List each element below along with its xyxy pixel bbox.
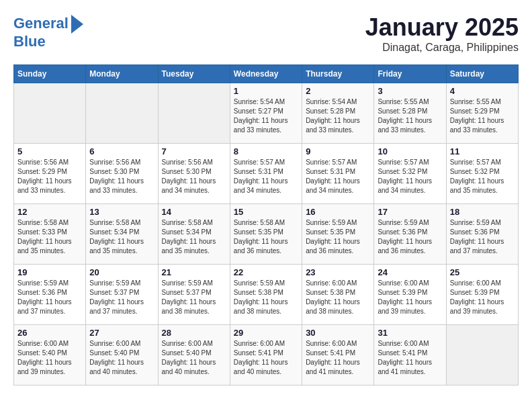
day-number: 13 xyxy=(89,207,154,217)
day-number: 21 xyxy=(162,267,226,277)
day-info: Sunrise: 6:00 AM Sunset: 5:40 PM Dayligh… xyxy=(17,339,82,377)
day-number: 20 xyxy=(89,267,154,277)
calendar-cell: 26Sunrise: 6:00 AM Sunset: 5:40 PM Dayli… xyxy=(14,325,86,385)
calendar-cell: 9Sunrise: 5:57 AM Sunset: 5:31 PM Daylig… xyxy=(302,144,374,204)
day-info: Sunrise: 5:59 AM Sunset: 5:36 PM Dayligh… xyxy=(378,218,442,256)
header-friday: Friday xyxy=(374,65,446,83)
day-info: Sunrise: 5:59 AM Sunset: 5:36 PM Dayligh… xyxy=(17,279,82,316)
day-number: 19 xyxy=(17,267,82,277)
calendar-cell: 4Sunrise: 5:55 AM Sunset: 5:29 PM Daylig… xyxy=(446,83,518,144)
logo: General Blue xyxy=(13,13,83,50)
calendar-cell: 22Sunrise: 5:59 AM Sunset: 5:38 PM Dayli… xyxy=(230,265,302,325)
day-number: 1 xyxy=(234,86,298,96)
day-number: 5 xyxy=(17,146,82,156)
calendar-cell: 23Sunrise: 6:00 AM Sunset: 5:38 PM Dayli… xyxy=(302,265,374,325)
day-info: Sunrise: 5:54 AM Sunset: 5:28 PM Dayligh… xyxy=(306,97,370,135)
day-info: Sunrise: 6:00 AM Sunset: 5:41 PM Dayligh… xyxy=(306,339,370,377)
day-info: Sunrise: 5:54 AM Sunset: 5:27 PM Dayligh… xyxy=(234,97,298,135)
calendar-week-row: 26Sunrise: 6:00 AM Sunset: 5:40 PM Dayli… xyxy=(14,325,519,385)
header-saturday: Saturday xyxy=(446,65,518,83)
calendar-cell: 27Sunrise: 6:00 AM Sunset: 5:40 PM Dayli… xyxy=(86,325,158,385)
day-number: 9 xyxy=(306,146,370,156)
day-info: Sunrise: 6:00 AM Sunset: 5:41 PM Dayligh… xyxy=(378,339,442,377)
day-info: Sunrise: 5:57 AM Sunset: 5:32 PM Dayligh… xyxy=(378,158,442,195)
header-tuesday: Tuesday xyxy=(158,65,230,83)
day-info: Sunrise: 5:59 AM Sunset: 5:38 PM Dayligh… xyxy=(234,279,298,316)
calendar-week-row: 5Sunrise: 5:56 AM Sunset: 5:29 PM Daylig… xyxy=(14,144,519,204)
day-info: Sunrise: 5:57 AM Sunset: 5:31 PM Dayligh… xyxy=(306,158,370,195)
calendar-cell: 31Sunrise: 6:00 AM Sunset: 5:41 PM Dayli… xyxy=(374,325,446,385)
day-number: 31 xyxy=(378,328,442,338)
calendar-cell: 16Sunrise: 5:59 AM Sunset: 5:35 PM Dayli… xyxy=(302,204,374,265)
day-info: Sunrise: 5:57 AM Sunset: 5:31 PM Dayligh… xyxy=(234,158,298,195)
calendar-cell: 21Sunrise: 5:59 AM Sunset: 5:37 PM Dayli… xyxy=(158,265,230,325)
day-number: 28 xyxy=(162,328,226,338)
day-info: Sunrise: 5:55 AM Sunset: 5:29 PM Dayligh… xyxy=(450,97,515,135)
day-info: Sunrise: 6:00 AM Sunset: 5:40 PM Dayligh… xyxy=(162,339,226,377)
day-number: 29 xyxy=(234,328,298,338)
calendar-cell xyxy=(86,83,158,144)
day-number: 17 xyxy=(378,207,442,217)
day-info: Sunrise: 5:58 AM Sunset: 5:34 PM Dayligh… xyxy=(89,218,154,256)
calendar-cell: 19Sunrise: 5:59 AM Sunset: 5:36 PM Dayli… xyxy=(14,265,86,325)
day-info: Sunrise: 5:55 AM Sunset: 5:28 PM Dayligh… xyxy=(378,97,442,135)
day-info: Sunrise: 5:56 AM Sunset: 5:30 PM Dayligh… xyxy=(162,158,226,195)
calendar-cell: 7Sunrise: 5:56 AM Sunset: 5:30 PM Daylig… xyxy=(158,144,230,204)
calendar-cell: 8Sunrise: 5:57 AM Sunset: 5:31 PM Daylig… xyxy=(230,144,302,204)
day-number: 6 xyxy=(89,146,154,156)
day-number: 25 xyxy=(450,267,515,277)
day-number: 3 xyxy=(378,86,442,96)
day-number: 26 xyxy=(17,328,82,338)
day-number: 15 xyxy=(234,207,298,217)
header-monday: Monday xyxy=(86,65,158,83)
header-wednesday: Wednesday xyxy=(230,65,302,83)
day-info: Sunrise: 6:00 AM Sunset: 5:38 PM Dayligh… xyxy=(306,279,370,316)
header-sunday: Sunday xyxy=(14,65,86,83)
calendar-cell: 20Sunrise: 5:59 AM Sunset: 5:37 PM Dayli… xyxy=(86,265,158,325)
calendar-cell: 25Sunrise: 6:00 AM Sunset: 5:39 PM Dayli… xyxy=(446,265,518,325)
day-info: Sunrise: 6:00 AM Sunset: 5:40 PM Dayligh… xyxy=(89,339,154,377)
day-info: Sunrise: 5:59 AM Sunset: 5:35 PM Dayligh… xyxy=(306,218,370,256)
day-number: 22 xyxy=(234,267,298,277)
calendar-cell: 13Sunrise: 5:58 AM Sunset: 5:34 PM Dayli… xyxy=(86,204,158,265)
logo-arrow-icon xyxy=(71,15,83,34)
day-info: Sunrise: 5:57 AM Sunset: 5:32 PM Dayligh… xyxy=(450,158,515,195)
day-info: Sunrise: 5:58 AM Sunset: 5:33 PM Dayligh… xyxy=(17,218,82,256)
day-number: 24 xyxy=(378,267,442,277)
calendar-title: January 2025 xyxy=(365,13,519,42)
calendar-cell: 3Sunrise: 5:55 AM Sunset: 5:28 PM Daylig… xyxy=(374,83,446,144)
calendar-cell: 12Sunrise: 5:58 AM Sunset: 5:33 PM Dayli… xyxy=(14,204,86,265)
day-number: 27 xyxy=(89,328,154,338)
page-header: General Blue January 2025 Dinagat, Carag… xyxy=(13,13,519,54)
calendar-cell: 14Sunrise: 5:58 AM Sunset: 5:34 PM Dayli… xyxy=(158,204,230,265)
calendar-cell: 1Sunrise: 5:54 AM Sunset: 5:27 PM Daylig… xyxy=(230,83,302,144)
day-number: 4 xyxy=(450,86,515,96)
logo-text: General xyxy=(13,15,69,32)
calendar-cell: 5Sunrise: 5:56 AM Sunset: 5:29 PM Daylig… xyxy=(14,144,86,204)
day-info: Sunrise: 5:59 AM Sunset: 5:36 PM Dayligh… xyxy=(450,218,515,256)
calendar-cell: 15Sunrise: 5:58 AM Sunset: 5:35 PM Dayli… xyxy=(230,204,302,265)
calendar-cell: 29Sunrise: 6:00 AM Sunset: 5:41 PM Dayli… xyxy=(230,325,302,385)
calendar-week-row: 1Sunrise: 5:54 AM Sunset: 5:27 PM Daylig… xyxy=(14,83,519,144)
day-number: 16 xyxy=(306,207,370,217)
day-info: Sunrise: 5:58 AM Sunset: 5:35 PM Dayligh… xyxy=(234,218,298,256)
title-section: January 2025 Dinagat, Caraga, Philippine… xyxy=(365,13,519,54)
calendar-week-row: 19Sunrise: 5:59 AM Sunset: 5:36 PM Dayli… xyxy=(14,265,519,325)
day-number: 23 xyxy=(306,267,370,277)
day-number: 12 xyxy=(17,207,82,217)
day-number: 8 xyxy=(234,146,298,156)
calendar-cell xyxy=(158,83,230,144)
day-number: 30 xyxy=(306,328,370,338)
calendar-cell: 17Sunrise: 5:59 AM Sunset: 5:36 PM Dayli… xyxy=(374,204,446,265)
calendar-cell xyxy=(446,325,518,385)
day-number: 18 xyxy=(450,207,515,217)
calendar-subtitle: Dinagat, Caraga, Philippines xyxy=(365,42,519,54)
calendar-cell: 10Sunrise: 5:57 AM Sunset: 5:32 PM Dayli… xyxy=(374,144,446,204)
day-number: 7 xyxy=(162,146,226,156)
calendar-header-row: SundayMondayTuesdayWednesdayThursdayFrid… xyxy=(14,65,519,83)
day-info: Sunrise: 6:00 AM Sunset: 5:39 PM Dayligh… xyxy=(450,279,515,316)
day-info: Sunrise: 6:00 AM Sunset: 5:41 PM Dayligh… xyxy=(234,339,298,377)
day-info: Sunrise: 5:56 AM Sunset: 5:30 PM Dayligh… xyxy=(89,158,154,195)
calendar-table: SundayMondayTuesdayWednesdayThursdayFrid… xyxy=(13,64,519,385)
day-number: 11 xyxy=(450,146,515,156)
